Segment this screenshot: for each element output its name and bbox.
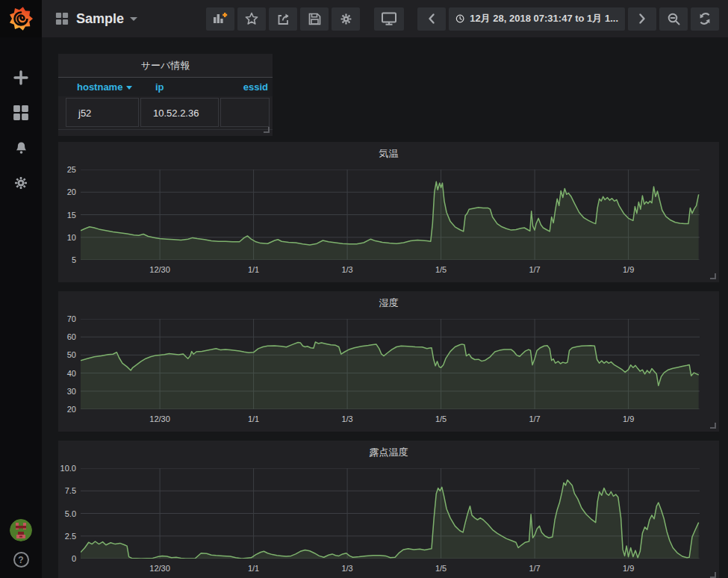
time-range-label: 12月 28, 2018 07:31:47 to 1月 1... (470, 12, 618, 25)
sort-caret-icon (126, 86, 132, 90)
user-avatar[interactable] (10, 519, 32, 541)
panel-humidity: 湿度 20304050607012/301/11/31/51/71/9 (58, 291, 719, 432)
refresh-button[interactable] (691, 7, 719, 31)
table-row: j52 10.52.2.36 (66, 98, 270, 127)
panel-resize-handle[interactable] (710, 273, 716, 279)
x-axis-tick-label: 1/3 (331, 265, 364, 274)
humidity-chart[interactable] (81, 319, 700, 409)
panel-title[interactable]: サーバ情報 (58, 59, 273, 72)
y-axis-tick-label: 15 (58, 211, 76, 220)
share-icon (276, 12, 290, 26)
sidebar-menu (12, 69, 30, 192)
monitor-icon (381, 11, 397, 26)
y-axis-tick-label: 10.0 (58, 464, 76, 473)
sidebar-item-create[interactable] (12, 69, 30, 87)
sidebar-item-alerting[interactable] (12, 139, 30, 157)
x-axis-tick-label: 1/3 (331, 414, 364, 423)
zoom-out-button[interactable] (659, 7, 688, 31)
sidebar: ? (0, 0, 42, 578)
y-axis-tick-label: 25 (58, 165, 76, 174)
chart-canvas (81, 319, 700, 409)
plus-icon (13, 69, 29, 86)
x-axis-tick-label: 1/1 (237, 414, 270, 423)
clock-icon (455, 13, 464, 25)
save-icon (308, 12, 322, 26)
dew-point-chart[interactable] (81, 468, 700, 559)
share-dashboard-button[interactable] (269, 7, 297, 31)
x-axis-tick-label: 1/5 (425, 564, 458, 573)
grafana-flame-icon (8, 6, 34, 31)
panel-server-info: サーバ情報 hostname ip essid j52 10.52.2.36 (58, 54, 273, 136)
time-backward-button[interactable] (417, 7, 446, 31)
cell-essid (220, 98, 270, 127)
chart-canvas (81, 468, 700, 559)
y-axis-tick-label: 10 (58, 233, 76, 242)
x-axis-tick-label: 1/5 (425, 265, 458, 274)
dashboard-title[interactable]: Sample (76, 11, 124, 27)
x-axis-tick-label: 1/5 (425, 414, 458, 423)
y-axis-tick-label: 7.5 (58, 486, 76, 495)
time-range-picker[interactable]: 12月 28, 2018 07:31:47 to 1月 1... (449, 7, 625, 31)
star-icon (245, 12, 258, 25)
x-axis-tick-label: 1/9 (612, 265, 645, 274)
dashboard-settings-button[interactable] (332, 7, 360, 31)
panel-resize-handle[interactable] (264, 127, 270, 133)
x-axis-tick-label: 1/7 (518, 265, 551, 274)
refresh-icon (698, 12, 712, 25)
dashboard-nav: Sample (55, 11, 137, 27)
star-dashboard-button[interactable] (237, 7, 266, 31)
column-header-hostname[interactable]: hostname (77, 78, 132, 97)
column-header-essid[interactable]: essid (243, 78, 268, 97)
add-panel-button[interactable] (206, 7, 234, 31)
x-axis-tick-label: 1/3 (331, 564, 364, 573)
time-controls: 12月 28, 2018 07:31:47 to 1月 1... (417, 7, 719, 31)
add-panel-icon (213, 12, 228, 25)
cell-ip: 10.52.2.36 (140, 98, 219, 127)
grafana-app: ? Sample 12月 28, 2018 07:31:47 to 1月 1..… (0, 0, 728, 578)
column-header-ip[interactable]: ip (155, 78, 164, 97)
temperature-chart[interactable] (81, 170, 700, 260)
y-axis-tick-label: 20 (58, 405, 76, 414)
dashboard-toolbar (206, 7, 360, 31)
tv-mode-button[interactable] (374, 7, 404, 31)
panel-temperature: 気温 51015202512/301/11/31/51/71/9 (58, 142, 719, 282)
x-axis-tick-label: 12/30 (143, 564, 176, 573)
panel-title[interactable]: 露点温度 (58, 446, 719, 459)
y-axis-tick-label: 0 (58, 554, 76, 563)
time-forward-button[interactable] (628, 7, 656, 31)
dashboards-grid-icon (13, 105, 29, 121)
x-axis-tick-label: 12/30 (143, 414, 176, 423)
chart-canvas (81, 170, 700, 260)
chevron-right-icon (638, 13, 647, 25)
panel-resize-handle[interactable] (710, 572, 716, 578)
y-axis-tick-label: 30 (58, 387, 76, 396)
x-axis-tick-label: 1/7 (518, 564, 551, 573)
x-axis-tick-label: 1/9 (612, 414, 645, 423)
table-divider (58, 129, 273, 130)
avatar-image (10, 519, 32, 541)
panel-dew-point: 露点温度 02.55.07.510.012/301/11/31/51/71/9 (58, 441, 719, 578)
sidebar-item-configuration[interactable] (12, 174, 30, 192)
help-button[interactable]: ? (13, 552, 29, 568)
panel-title[interactable]: 湿度 (58, 296, 719, 310)
y-axis-tick-label: 2.5 (58, 532, 76, 541)
sidebar-item-dashboards[interactable] (12, 104, 30, 122)
table-header: hostname ip essid (58, 77, 273, 96)
y-axis-tick-label: 60 (58, 332, 76, 341)
y-axis-tick-label: 5 (58, 255, 76, 264)
y-axis-tick-label: 70 (58, 314, 76, 323)
zoom-out-icon (667, 12, 681, 26)
top-navbar: Sample 12月 28, 2018 07:31:47 to 1月 1... (42, 0, 728, 37)
grafana-logo[interactable] (0, 0, 42, 37)
x-axis-tick-label: 12/30 (143, 265, 176, 274)
panel-resize-handle[interactable] (710, 423, 716, 429)
y-axis-tick-label: 5.0 (58, 509, 76, 518)
save-dashboard-button[interactable] (300, 7, 329, 31)
sidebar-bottom: ? (10, 519, 32, 578)
panel-title[interactable]: 気温 (58, 147, 719, 161)
x-axis-tick-label: 1/1 (237, 265, 270, 274)
x-axis-tick-label: 1/1 (237, 564, 270, 573)
chevron-down-icon[interactable] (130, 17, 137, 21)
chevron-left-icon (427, 13, 436, 25)
dashboard-icon (55, 12, 69, 25)
